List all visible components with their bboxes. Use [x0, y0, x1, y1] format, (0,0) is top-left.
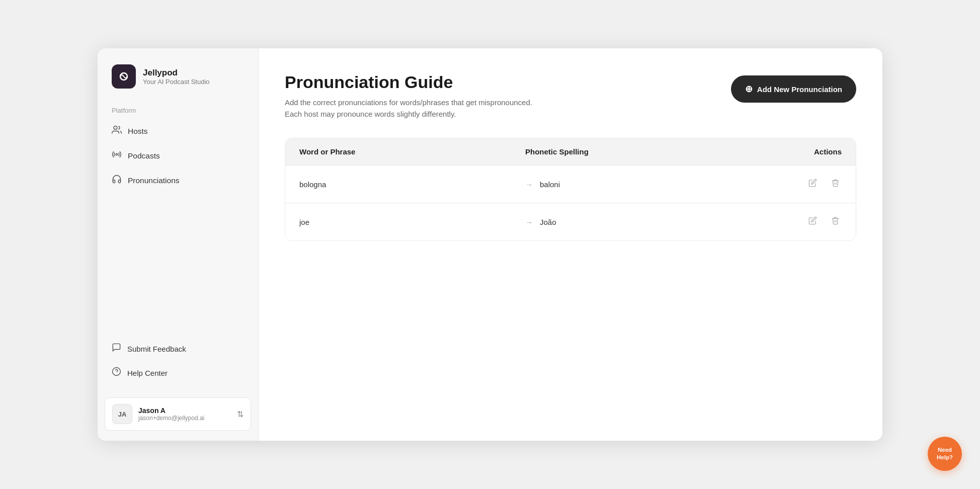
help-fab-line2: Help? — [937, 454, 953, 461]
sidebar-item-feedback[interactable]: Submit Feedback — [105, 337, 251, 360]
word-cell-0: bologna — [299, 180, 525, 189]
table-header: Word or Phrase Phonetic Spelling Actions — [285, 138, 856, 166]
page-description: Add the correct pronunciations for words… — [285, 97, 536, 120]
header-phonetic: Phonetic Spelling — [525, 147, 751, 156]
header-actions: Actions — [751, 147, 842, 156]
add-icon: ⊕ — [745, 84, 753, 95]
edit-button-0[interactable] — [806, 177, 819, 192]
help-fab[interactable]: Need Help? — [928, 437, 962, 471]
brand-logo — [112, 64, 136, 89]
page-title: Pronunciation Guide — [285, 72, 536, 92]
arrow-icon-1: → — [525, 218, 533, 226]
sidebar-item-hosts[interactable]: Hosts — [105, 119, 251, 143]
podcasts-icon — [112, 149, 122, 162]
pronunciation-table: Word or Phrase Phonetic Spelling Actions… — [285, 138, 856, 241]
sidebar-bottom: Submit Feedback Help Center — [98, 337, 258, 392]
chevron-icon: ⇅ — [237, 410, 243, 419]
svg-point-1 — [114, 126, 117, 130]
main-content: Pronunciation Guide Add the correct pron… — [259, 48, 882, 441]
avatar: JA — [112, 404, 132, 424]
brand-area: Jellypod Your AI Podcast Studio — [98, 48, 258, 103]
sidebar-item-podcasts-label: Podcasts — [128, 151, 160, 160]
word-cell-1: joe — [299, 218, 525, 226]
sidebar-item-pronunciations-label: Pronunciations — [128, 176, 180, 185]
header-word: Word or Phrase — [299, 147, 525, 156]
sidebar-item-hosts-label: Hosts — [128, 127, 148, 136]
sidebar: Jellypod Your AI Podcast Studio Platform… — [98, 48, 259, 441]
sidebar-item-help-label: Help Center — [127, 369, 168, 377]
table-row: bologna → baloni — [285, 166, 856, 203]
user-card[interactable]: JA Jason A jason+demo@jellypod.ai ⇅ — [105, 397, 251, 431]
actions-cell-0 — [751, 177, 842, 192]
svg-point-2 — [116, 153, 117, 155]
edit-button-1[interactable] — [806, 214, 819, 229]
pronunciations-icon — [112, 174, 122, 187]
actions-cell-1 — [751, 214, 842, 229]
sidebar-section-label: Platform — [98, 103, 258, 119]
phonetic-cell-1: → João — [525, 218, 751, 226]
user-name: Jason A — [138, 406, 231, 415]
brand-tagline: Your AI Podcast Studio — [143, 78, 210, 86]
user-info: Jason A jason+demo@jellypod.ai — [138, 406, 231, 422]
help-icon — [112, 367, 121, 379]
feedback-icon — [112, 343, 121, 355]
sidebar-item-feedback-label: Submit Feedback — [127, 345, 186, 353]
sidebar-item-pronunciations[interactable]: Pronunciations — [105, 169, 251, 192]
arrow-icon-0: → — [525, 180, 533, 189]
phonetic-value-1: João — [540, 218, 556, 226]
page-header: Pronunciation Guide Add the correct pron… — [285, 72, 856, 120]
brand-text: Jellypod Your AI Podcast Studio — [143, 68, 210, 86]
phonetic-value-0: baloni — [540, 180, 560, 189]
hosts-icon — [112, 125, 122, 137]
sidebar-item-help[interactable]: Help Center — [105, 361, 251, 384]
sidebar-item-podcasts[interactable]: Podcasts — [105, 144, 251, 168]
phonetic-cell-0: → baloni — [525, 180, 751, 189]
add-button-label: Add New Pronunciation — [757, 85, 842, 94]
delete-button-1[interactable] — [829, 214, 842, 229]
sidebar-nav: Hosts Podcasts — [98, 119, 258, 192]
help-fab-line1: Need — [938, 446, 952, 454]
add-pronunciation-button[interactable]: ⊕ Add New Pronunciation — [731, 75, 856, 103]
table-row: joe → João — [285, 203, 856, 240]
page-title-block: Pronunciation Guide Add the correct pron… — [285, 72, 536, 120]
brand-name: Jellypod — [143, 68, 210, 78]
delete-button-0[interactable] — [829, 177, 842, 192]
svg-point-3 — [113, 368, 121, 376]
user-email: jason+demo@jellypod.ai — [138, 415, 231, 422]
